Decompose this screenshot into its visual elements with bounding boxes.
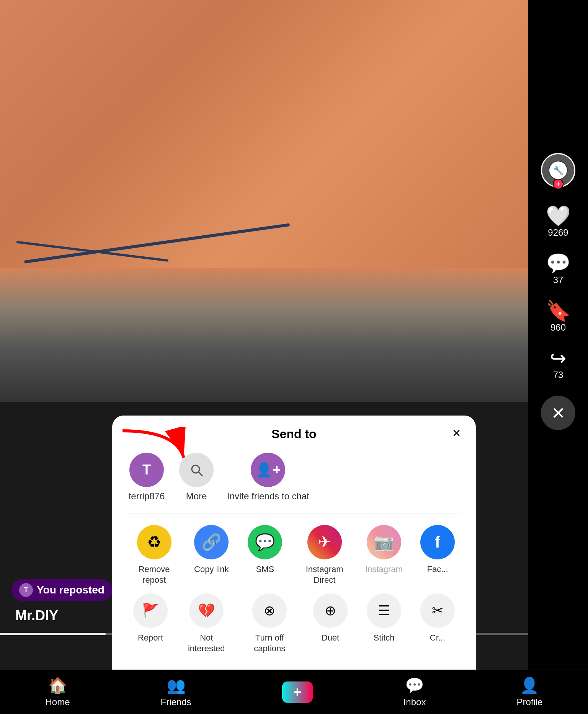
action-item-report[interactable]: 🚩 Report [127, 593, 173, 654]
duet-label: Duet [322, 632, 339, 644]
share-item-remove-repost[interactable]: ♻ Remove repost [127, 525, 181, 586]
nav-item-inbox[interactable]: 💬 Inbox [403, 677, 426, 707]
instagram-icon: 📷 [367, 525, 401, 559]
sidebar-shares[interactable]: ↪ 73 [550, 348, 567, 380]
sidebar-bookmarks[interactable]: 🔖 960 [546, 301, 571, 333]
friend-item-more[interactable]: More [177, 453, 216, 502]
share-modal-overlay: Send to × T terrip876 More [0, 440, 588, 670]
duet-icon: ⊕ [313, 593, 348, 628]
svg-line-4 [199, 472, 203, 476]
share-item-instagram[interactable]: 📷 Instagram [361, 525, 407, 586]
profile-icon: 👤 [520, 677, 539, 694]
turn-off-captions-icon: ⊗ [252, 593, 287, 628]
copy-link-icon: 🔗 [194, 525, 229, 559]
avatar-icon: 🔧 [549, 161, 568, 180]
action-item-duet[interactable]: ⊕ Duet [307, 593, 353, 654]
action-item-cr[interactable]: ✂ Cr... [415, 593, 461, 654]
follow-plus-badge: + [553, 179, 564, 189]
friends-row: T terrip876 More 👤+ Invite friends to c [127, 453, 461, 513]
friend-name-more: More [186, 491, 207, 502]
friend-avatar-terrip876: T [129, 453, 164, 487]
sidebar-comments[interactable]: 💬 37 [546, 253, 571, 285]
instagram-label: Instagram [365, 564, 403, 575]
share-icon: ↪ [550, 348, 567, 368]
svg-text:🔧: 🔧 [553, 165, 564, 176]
action-item-not-interested[interactable]: 💔 Not interested [181, 593, 232, 654]
instagram-direct-label: Instagram Direct [296, 564, 353, 586]
svg-point-3 [192, 465, 199, 473]
cr-icon: ✂ [420, 593, 455, 628]
stitch-icon: ☰ [367, 593, 401, 628]
shares-count: 73 [553, 370, 564, 380]
action-item-stitch[interactable]: ☰ Stitch [361, 593, 407, 654]
plus-icon: + [293, 684, 301, 700]
sidebar-avatar-item[interactable]: 🔧 + [541, 153, 575, 191]
bookmark-icon: 🔖 [546, 301, 571, 321]
nav-label-inbox: Inbox [403, 697, 426, 707]
nav-item-profile[interactable]: 👤 Profile [516, 677, 542, 707]
friend-name-invite: Invite friends to chat [227, 491, 309, 502]
not-interested-icon: 💔 [189, 593, 224, 628]
friend-avatar-more [179, 453, 214, 487]
friends-icon: 👥 [167, 677, 186, 694]
friend-item-invite[interactable]: 👤+ Invite friends to chat [227, 453, 309, 502]
search-icon [189, 462, 204, 478]
actions-row: 🚩 Report 💔 Not interested ⊗ Turn off cap… [127, 593, 461, 654]
nav-label-profile: Profile [516, 697, 542, 707]
comments-count: 37 [553, 275, 564, 285]
sidebar-more-btn[interactable]: ✕ [541, 396, 575, 430]
nav-item-create[interactable]: + [282, 681, 313, 703]
bookmarks-count: 960 [550, 322, 566, 333]
sidebar-likes[interactable]: 🤍 9269 [546, 206, 571, 238]
video-background [0, 0, 528, 268]
report-label: Report [138, 632, 163, 644]
action-item-turn-off-captions[interactable]: ⊗ Turn off captions [240, 593, 300, 654]
nav-item-friends[interactable]: 👥 Friends [161, 677, 191, 707]
remove-repost-icon: ♻ [137, 525, 172, 559]
facebook-icon: f [420, 525, 455, 559]
turn-off-captions-label: Turn off captions [240, 632, 300, 654]
friend-name-terrip876: terrip876 [129, 491, 165, 502]
inbox-icon: 💬 [405, 677, 424, 694]
home-icon: 🏠 [48, 677, 67, 694]
share-item-facebook[interactable]: f Fac... [415, 525, 461, 586]
report-icon: 🚩 [133, 593, 168, 628]
facebook-label: Fac... [427, 564, 448, 575]
nav-label-friends: Friends [161, 697, 191, 707]
nav-item-home[interactable]: 🏠 Home [46, 677, 70, 707]
avatar-circle: 🔧 + [541, 153, 575, 187]
modal-close-button[interactable]: × [452, 425, 461, 441]
share-item-copy-link[interactable]: 🔗 Copy link [188, 525, 234, 586]
likes-count: 9269 [548, 227, 568, 238]
friend-avatar-invite: 👤+ [251, 453, 285, 487]
friend-item-terrip876[interactable]: T terrip876 [127, 453, 166, 502]
sms-icon: 💬 [248, 525, 282, 559]
sms-label: SMS [256, 564, 274, 575]
instagram-direct-icon: ✈ [307, 525, 342, 559]
video-lower-bg [0, 268, 528, 402]
create-plus-button[interactable]: + [282, 681, 313, 703]
cr-label: Cr... [430, 632, 445, 644]
modal-header: Send to × [127, 427, 461, 441]
share-row: ♻ Remove repost 🔗 Copy link 💬 SMS [127, 525, 461, 586]
heart-icon: 🤍 [546, 206, 571, 226]
stitch-label: Stitch [373, 632, 394, 644]
remove-repost-label: Remove repost [127, 564, 181, 586]
share-modal: Send to × T terrip876 More [112, 416, 476, 670]
share-item-sms[interactable]: 💬 SMS [242, 525, 288, 586]
video-wire [24, 223, 290, 263]
modal-title: Send to [271, 427, 316, 441]
not-interested-label: Not interested [181, 632, 232, 654]
share-item-instagram-direct[interactable]: ✈ Instagram Direct [296, 525, 353, 586]
comment-icon: 💬 [546, 253, 571, 273]
bottom-nav: 🏠 Home 👥 Friends + 💬 Inbox 👤 Profile [0, 670, 588, 714]
copy-link-label: Copy link [194, 564, 229, 575]
more-icon: ✕ [551, 403, 565, 423]
nav-label-home: Home [46, 697, 70, 707]
